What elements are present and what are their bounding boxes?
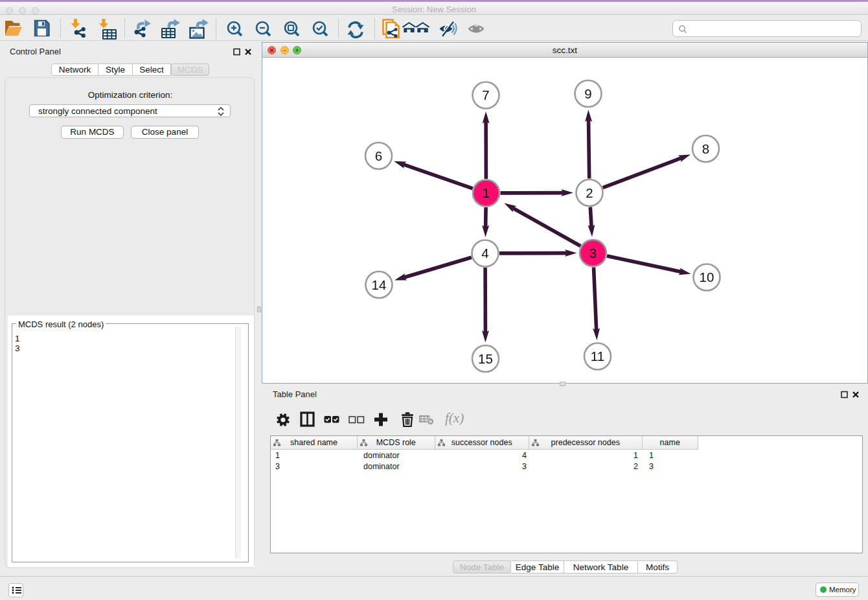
svg-text:15: 15 [478,351,493,366]
svg-text:3: 3 [589,246,597,260]
svg-text:4: 4 [481,246,488,260]
svg-text:10: 10 [700,270,714,284]
svg-text:2: 2 [586,185,593,200]
svg-text:11: 11 [591,349,604,363]
svg-text:1: 1 [483,185,490,200]
svg-text:14: 14 [372,277,387,292]
svg-text:8: 8 [702,141,709,156]
svg-text:7: 7 [482,87,489,102]
svg-text:9: 9 [584,86,591,101]
svg-text:6: 6 [375,148,382,163]
